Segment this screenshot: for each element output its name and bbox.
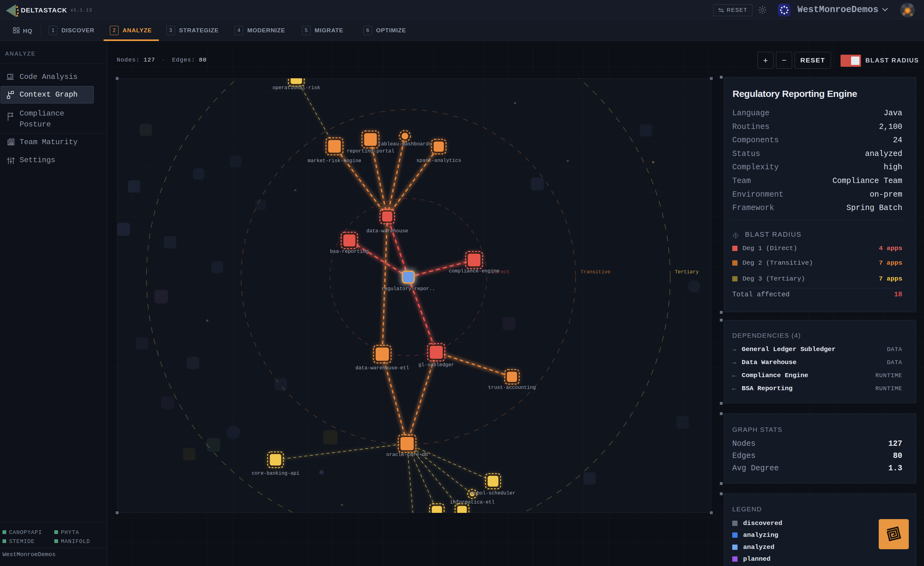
svg-text:informatica-etl: informatica-etl xyxy=(450,500,495,505)
svg-text:market-risk-engine: market-risk-engine xyxy=(308,158,362,164)
svg-text:operational-risk: operational-risk xyxy=(272,85,320,91)
svg-text:gl-subledger: gl-subledger xyxy=(418,362,454,368)
svg-text:compliance-engine: compliance-engine xyxy=(448,268,499,274)
svg-text:cobol-scheduler: cobol-scheduler xyxy=(471,491,515,496)
svg-text:core-banking-api: core-banking-api xyxy=(252,471,299,476)
svg-text:Tertiary: Tertiary xyxy=(675,269,699,275)
svg-text:data-warehouse: data-warehouse xyxy=(366,228,408,234)
svg-text:data-warehouse-etl: data-warehouse-etl xyxy=(356,365,409,371)
svg-text:oracle-core-db: oracle-core-db xyxy=(386,452,428,458)
svg-text:reporting-portal: reporting-portal xyxy=(346,149,394,154)
svg-text:regulatory-repor..: regulatory-repor.. xyxy=(382,286,435,292)
svg-text:Transitive: Transitive xyxy=(580,269,610,275)
svg-text:bsa-reporting: bsa-reporting xyxy=(330,249,369,254)
svg-text:trust-accounting: trust-accounting xyxy=(488,385,536,390)
svg-text:spark-analytics: spark-analytics xyxy=(416,158,461,163)
svg-text:tableau-dashboards: tableau-dashboards xyxy=(378,142,432,147)
